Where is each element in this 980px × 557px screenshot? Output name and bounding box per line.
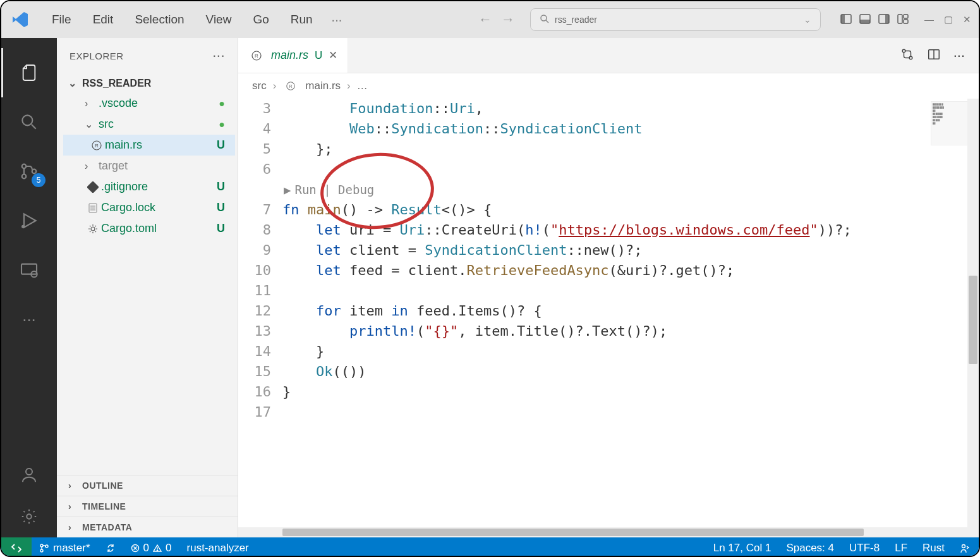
svg-point-11 (22, 115, 32, 125)
git-modified-icon: ● (219, 119, 225, 130)
activity-search-icon[interactable] (1, 97, 57, 147)
git-untracked-badge: U (217, 180, 225, 193)
branch-indicator[interactable]: master* (32, 542, 98, 554)
svg-rect-17 (21, 264, 37, 274)
tree-item-vscode[interactable]: › .vscode ● (63, 93, 235, 114)
encoding-indicator[interactable]: UTF-8 (842, 542, 887, 554)
svg-text:R: R (95, 143, 99, 149)
svg-point-39 (45, 545, 48, 548)
metadata-panel-header[interactable]: ›METADATA (57, 517, 238, 537)
window-minimize-icon[interactable]: — (924, 14, 934, 25)
svg-rect-9 (904, 15, 908, 18)
nav-forward-icon[interactable]: → (501, 11, 515, 28)
git-untracked-badge: U (217, 222, 225, 235)
tree-item-target[interactable]: › target (63, 156, 235, 176)
split-editor-icon[interactable] (927, 47, 941, 63)
breadcrumb-item-src[interactable]: src (252, 80, 267, 92)
svg-rect-10 (904, 20, 908, 23)
svg-line-12 (32, 125, 36, 129)
menu-run[interactable]: Run (282, 9, 322, 30)
explorer-more-icon[interactable]: ··· (212, 47, 225, 64)
code-editor[interactable]: Foundation::Uri, Web::Syndication::Syndi… (282, 99, 979, 422)
menu-selection[interactable]: Selection (126, 9, 193, 30)
window-close-icon[interactable]: ✕ (963, 14, 971, 25)
menu-file[interactable]: File (43, 9, 80, 30)
svg-rect-5 (860, 20, 870, 23)
problems-indicator[interactable]: 0 0 (123, 542, 179, 554)
menu-view[interactable]: View (197, 9, 241, 30)
metadata-label: METADATA (82, 522, 132, 532)
activity-source-control-icon[interactable]: 5 (1, 147, 57, 196)
activity-debug-icon[interactable] (1, 196, 57, 245)
tab-main-rs[interactable]: R main.rs U ✕ (238, 38, 348, 73)
feedback-icon[interactable] (952, 542, 979, 554)
menu-edit[interactable]: Edit (84, 9, 123, 30)
root-folder-label: RSS_READER (82, 78, 151, 89)
layout-sidebar-left-icon[interactable] (840, 13, 852, 27)
tree-item-main-rs[interactable]: R main.rs U (63, 135, 235, 156)
activity-more-icon[interactable]: ··· (1, 295, 57, 344)
svg-point-16 (21, 225, 25, 228)
tree-label: target (99, 159, 128, 173)
outline-panel-header[interactable]: ›OUTLINE (57, 475, 238, 496)
tree-root-folder[interactable]: ⌄ RSS_READER (63, 73, 235, 93)
activity-explorer-icon[interactable] (1, 48, 57, 97)
indentation-indicator[interactable]: Spaces: 4 (778, 542, 842, 554)
explorer-header: EXPLORER ··· (57, 38, 238, 73)
title-bar: File Edit Selection View Go Run ··· ← → … (1, 1, 979, 38)
vertical-scrollbar[interactable] (967, 99, 979, 527)
svg-point-14 (22, 174, 27, 179)
chevron-right-icon: › (85, 98, 99, 109)
compare-changes-icon[interactable] (900, 47, 914, 63)
cursor-position[interactable]: Ln 17, Col 1 (706, 542, 779, 554)
nav-back-icon[interactable]: ← (478, 11, 492, 28)
svg-text:R: R (289, 84, 293, 89)
horizontal-scrollbar[interactable] (238, 527, 979, 537)
layout-panel-icon[interactable] (859, 13, 871, 27)
breadcrumb[interactable]: src › R main.rs › … (238, 73, 979, 99)
language-indicator[interactable]: Rust (915, 542, 952, 554)
status-bar: master* 0 0 rust-analyzer Ln 17, Col 1 S… (1, 537, 979, 557)
git-modified-icon: ● (219, 98, 225, 109)
file-icon (85, 202, 101, 214)
layout-sidebar-right-icon[interactable] (878, 13, 890, 27)
tree-label: Cargo.lock (101, 201, 155, 214)
breadcrumb-item-file[interactable]: main.rs (305, 80, 341, 92)
tree-label: .gitignore (101, 180, 148, 193)
tree-item-src[interactable]: ⌄ src ● (63, 114, 235, 135)
breadcrumb-ellipsis[interactable]: … (357, 80, 368, 92)
svg-line-1 (546, 20, 548, 23)
codelens-run-debug[interactable]: ▶Run | Debug (282, 180, 979, 200)
tree-label: src (99, 118, 114, 131)
tab-status: U (315, 49, 322, 62)
tree-label: main.rs (105, 138, 142, 152)
activity-settings-icon[interactable] (1, 496, 57, 537)
window-maximize-icon[interactable]: ▢ (944, 14, 953, 25)
close-icon[interactable]: ✕ (329, 49, 337, 62)
activity-remote-icon[interactable] (1, 245, 57, 295)
remote-indicator-icon[interactable] (1, 537, 32, 557)
timeline-panel-header[interactable]: ›TIMELINE (57, 496, 238, 517)
git-untracked-badge: U (217, 201, 225, 214)
activity-account-icon[interactable] (1, 454, 57, 496)
layout-customize-icon[interactable] (897, 13, 909, 27)
tree-item-gitignore[interactable]: .gitignore U (63, 176, 235, 197)
svg-point-15 (32, 169, 37, 174)
activity-bar: 5 ··· (1, 38, 57, 537)
eol-indicator[interactable]: LF (887, 542, 915, 554)
command-center-search[interactable]: rss_reader ⌄ (530, 8, 821, 31)
search-icon (540, 14, 550, 26)
line-number-gutter: 3 4 5 6 7 8 9 10 11 12 13 14 15 16 17 (238, 99, 282, 422)
menu-more-icon[interactable]: ··· (325, 9, 349, 31)
rust-file-icon: R (88, 140, 105, 151)
tree-item-cargo-toml[interactable]: Cargo.toml U (63, 218, 235, 239)
sync-indicator-icon[interactable] (98, 543, 123, 553)
command-center-text: rss_reader (555, 15, 597, 25)
timeline-label: TIMELINE (82, 501, 126, 511)
svg-point-37 (40, 544, 43, 547)
tree-item-cargo-lock[interactable]: Cargo.lock U (63, 197, 235, 218)
lsp-indicator[interactable]: rust-analyzer (179, 542, 257, 554)
svg-rect-8 (898, 15, 902, 23)
editor-more-icon[interactable]: ··· (953, 47, 965, 64)
menu-go[interactable]: Go (244, 9, 277, 30)
